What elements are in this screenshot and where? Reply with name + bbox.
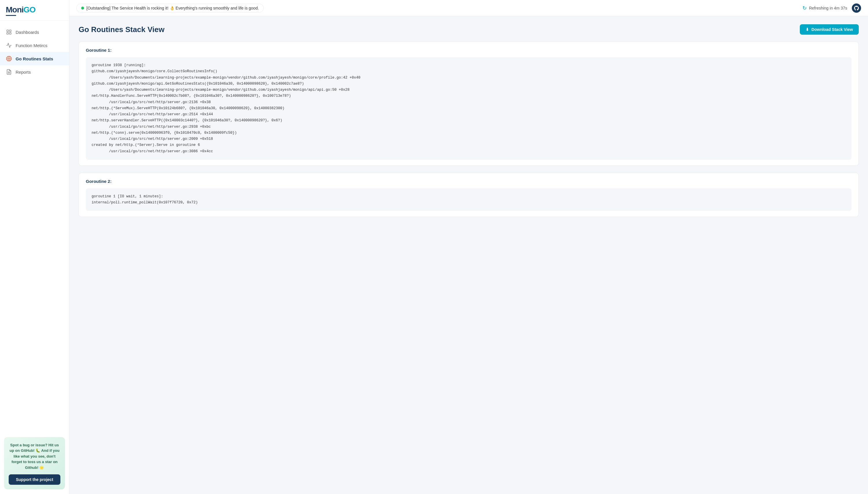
logo-area: MoniGO <box>0 0 69 21</box>
file-icon <box>6 69 12 75</box>
logo-moni: Moni <box>6 5 23 14</box>
grid-icon <box>6 29 12 35</box>
health-message: [Outstanding] The Service Health is rock… <box>87 6 259 11</box>
dashboards-label: Dashboards <box>16 30 39 35</box>
function-icon <box>6 42 12 49</box>
nav-menu: Dashboards Function Metircs <box>0 21 69 433</box>
svg-rect-4 <box>7 57 11 60</box>
topbar-right: ↻ Refreshing in 4m 37s <box>803 3 861 13</box>
goroutine-card-1: Goroutine 1: goroutine 1938 [running]: g… <box>79 42 859 166</box>
logo: MoniGO <box>6 5 36 15</box>
topbar: [Outstanding] The Service Health is rock… <box>69 0 868 16</box>
svg-rect-2 <box>7 33 9 34</box>
page-title: Go Routines Stack View <box>79 25 165 34</box>
svg-rect-1 <box>10 30 11 32</box>
reports-label: Reports <box>16 70 31 75</box>
svg-rect-3 <box>10 33 11 34</box>
download-label: Download Stack View <box>811 27 853 32</box>
go-routines-stats-label: Go Routines Stats <box>16 56 53 61</box>
sidebar: MoniGO Dashboards Function Metircs <box>0 0 69 494</box>
sidebar-item-dashboards[interactable]: Dashboards <box>0 25 69 39</box>
page-header: Go Routines Stack View ⬇ Download Stack … <box>79 24 859 35</box>
sidebar-item-go-routines-stats[interactable]: Go Routines Stats <box>0 52 69 65</box>
refresh-info: ↻ Refreshing in 4m 37s <box>803 5 847 11</box>
health-badge: [Outstanding] The Service Health is rock… <box>76 4 264 13</box>
sidebar-item-reports[interactable]: Reports <box>0 65 69 79</box>
logo-underline <box>6 15 16 16</box>
download-icon: ⬇ <box>806 27 809 32</box>
github-icon[interactable] <box>852 3 861 13</box>
sidebar-item-function-metrics[interactable]: Function Metircs <box>0 39 69 52</box>
download-stack-view-button[interactable]: ⬇ Download Stack View <box>800 24 859 35</box>
logo-go: GO <box>23 5 36 14</box>
main-area: [Outstanding] The Service Health is rock… <box>69 0 868 494</box>
goroutine-card-2: Goroutine 2: goroutine 1 [IO wait, 1 min… <box>79 173 859 217</box>
support-button[interactable]: Support the project <box>9 474 60 485</box>
cpu-icon <box>6 55 12 62</box>
goroutine-2-code: goroutine 1 [IO wait, 1 minutes]: intern… <box>86 188 851 211</box>
bug-card-text: Spot a bug or issue? Hit us up on GitHub… <box>9 442 60 471</box>
goroutine-1-code: goroutine 1938 [running]: github.com/iya… <box>86 57 851 160</box>
page-content: Go Routines Stack View ⬇ Download Stack … <box>69 16 868 494</box>
svg-rect-0 <box>7 30 9 32</box>
goroutine-2-title: Goroutine 2: <box>86 179 851 184</box>
health-dot <box>81 7 84 10</box>
refresh-label: Refreshing in 4m 37s <box>809 6 847 11</box>
refresh-icon: ↻ <box>803 5 807 11</box>
bug-card: Spot a bug or issue? Hit us up on GitHub… <box>4 437 65 490</box>
function-metrics-label: Function Metircs <box>16 43 48 48</box>
goroutine-1-title: Goroutine 1: <box>86 48 851 53</box>
svg-rect-5 <box>8 58 10 59</box>
